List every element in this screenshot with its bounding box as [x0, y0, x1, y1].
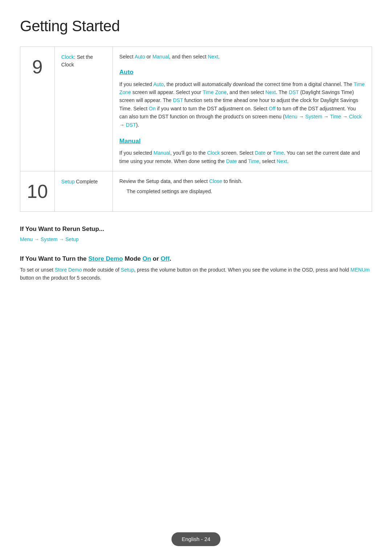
step-9-manual-body: If you selected Manual, you'll go to the… [119, 149, 365, 165]
rerun-menu: Menu [20, 236, 33, 242]
manual-time2: Time [248, 158, 259, 164]
store-demo-body: To set or unset Store Demo mode outside … [20, 266, 372, 282]
step-9-fl-suffix: , and then select [169, 54, 208, 60]
auto-system: System [305, 114, 322, 119]
step-9-fl-next: Next [208, 54, 218, 60]
step-10-close: Close [209, 178, 222, 184]
store-demo-section: If You Want to Turn the Store Demo Mode … [20, 254, 372, 282]
manual-clock: Clock [207, 150, 220, 156]
sd-setup: Setup [121, 267, 134, 273]
auto-clock: Clock [349, 114, 362, 119]
step-10-number: 10 [20, 171, 55, 211]
auto-dst3: DST [126, 122, 136, 128]
manual-next: Next [277, 158, 287, 164]
step-10-line1: Review the Setup data, and then select C… [119, 177, 365, 185]
sd-menum: MENUm [351, 267, 370, 273]
step-9-label: Clock: Set the Clock [54, 47, 113, 171]
step-10-label-text: Complete [74, 179, 98, 184]
step-9-auto-body: If you selected Auto, the product will a… [119, 80, 365, 129]
store-demo-heading-suffix: or [151, 255, 160, 262]
manual-date2: Date [226, 158, 237, 164]
store-demo-heading-off: Off [161, 255, 170, 262]
step-9-manual-block: Manual If you selected Manual, you'll go… [119, 136, 365, 165]
step-9-first-line: Select Auto or Manual, and then select N… [119, 53, 365, 61]
rerun-setup: Setup [65, 236, 79, 242]
manual-date1: Date [255, 150, 266, 156]
rerun-section: If You Want to Rerun Setup... Menu → Sys… [20, 224, 372, 244]
manual-time1: Time [273, 150, 284, 156]
rerun-system: System [41, 236, 58, 242]
step-10-line1-suffix: to finish. [222, 178, 242, 184]
step-9-fl-mid: or [145, 54, 152, 60]
rerun-arrow2: → [59, 236, 65, 242]
auto-dst2: DST [173, 97, 183, 103]
auto-time: Time [330, 114, 341, 119]
step-9-auto-block: Auto If you selected Auto, the product w… [119, 67, 365, 129]
step-9-number: 9 [20, 47, 55, 171]
step-9-fl-prefix: Select [119, 54, 135, 60]
step-10-line2: The completed settings are displayed. [127, 187, 365, 195]
store-demo-heading-mid: Mode [123, 255, 143, 262]
store-demo-heading-cyan: Store Demo [88, 255, 123, 262]
step-10-label: Setup Complete [54, 171, 113, 211]
step-10-label-cyan: Setup [61, 179, 75, 184]
step-9-row: 9 Clock: Set the Clock Select Auto or Ma… [20, 47, 372, 171]
step-10-line1-prefix: Review the Setup data, and then select [119, 178, 209, 184]
auto-next1: Next [265, 89, 276, 95]
footer-page-label: English - 24 [171, 532, 220, 546]
store-demo-heading-prefix: If You Want to Turn the [20, 255, 88, 262]
auto-dst1: DST [289, 89, 299, 95]
step-9-manual-heading: Manual [119, 136, 365, 146]
step-9-label-cyan: Clock [61, 54, 74, 60]
step-9-content: Select Auto or Manual, and then select N… [113, 47, 372, 171]
store-demo-heading: If You Want to Turn the Store Demo Mode … [20, 254, 372, 264]
auto-off: Off [269, 106, 275, 111]
step-9-auto-heading: Auto [119, 67, 365, 77]
store-demo-heading-end: . [170, 255, 171, 262]
rerun-heading: If You Want to Rerun Setup... [20, 224, 372, 234]
step-9-fl-manual: Manual [152, 54, 169, 60]
manual-manual: Manual [154, 150, 170, 156]
step-9-fl-auto: Auto [135, 54, 145, 60]
rerun-nav: Menu → System → Setup [20, 236, 372, 243]
auto-auto: Auto [153, 81, 164, 87]
step-9-fl-end: . [218, 54, 220, 60]
rerun-arrow1: → [34, 236, 41, 242]
sd-store-demo1: Store Demo [55, 267, 82, 273]
auto-timezone2: Time Zone [203, 89, 226, 95]
step-10-content: Review the Setup data, and then select C… [113, 171, 372, 211]
page-title: Getting Started [20, 15, 372, 37]
auto-on: On [149, 106, 156, 111]
store-demo-heading-on: On [143, 255, 151, 262]
auto-menu: Menu [285, 114, 297, 119]
steps-table: 9 Clock: Set the Clock Select Auto or Ma… [20, 46, 372, 212]
step-10-row: 10 Setup Complete Review the Setup data,… [20, 171, 372, 211]
